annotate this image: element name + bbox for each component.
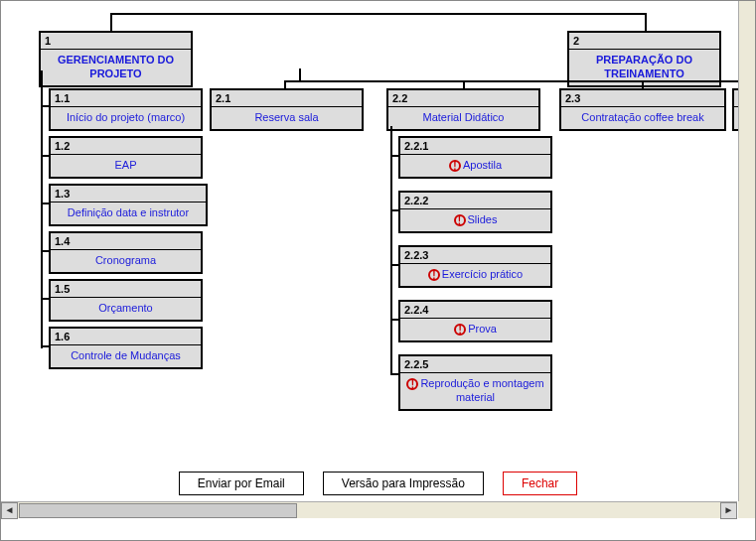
- close-button[interactable]: Fechar: [503, 472, 577, 495]
- wbs-node-number: 2.2.3: [400, 247, 550, 264]
- connector: [110, 13, 112, 33]
- wbs-node-number: 1.6: [51, 329, 201, 345]
- wbs-node-number: 2.2.1: [400, 138, 550, 155]
- vertical-scrollbar[interactable]: [738, 1, 755, 501]
- wbs-node-number: 2.2: [388, 90, 538, 107]
- scroll-right-arrow-icon[interactable]: ►: [720, 502, 737, 519]
- wbs-node-1-3[interactable]: 1.3 Definição data e instrutor: [49, 184, 208, 226]
- connector: [390, 126, 392, 374]
- scroll-thumb[interactable]: [19, 503, 297, 518]
- wbs-node-number: 2.2.4: [400, 302, 550, 319]
- wbs-node-2-1[interactable]: 2.1 Reserva sala: [210, 88, 364, 131]
- wbs-node-label: EAP: [51, 155, 201, 177]
- scroll-corner: [738, 501, 755, 518]
- wbs-node-number: 2: [569, 33, 719, 50]
- wbs-node-1-1[interactable]: 1.1 Início do projeto (marco): [49, 88, 203, 131]
- wbs-node-number: 2.2.2: [400, 193, 550, 209]
- wbs-node-number: 1.1: [51, 90, 201, 107]
- wbs-node-number: 2.3: [561, 90, 724, 107]
- wbs-node-label: Contratação coffee break: [561, 107, 724, 129]
- connector: [284, 80, 743, 82]
- app-frame: 1 GERENCIAMENTO DO PROJETO 2 PREPARAÇÃO …: [0, 0, 756, 541]
- wbs-node-number: 1.5: [51, 281, 201, 298]
- horizontal-scrollbar[interactable]: ◄ ►: [1, 501, 737, 518]
- wbs-node-1-2[interactable]: 1.2 EAP: [49, 136, 203, 179]
- print-version-button[interactable]: Versão para Impressão: [323, 472, 484, 495]
- warning-icon: !: [428, 269, 440, 281]
- wbs-node-1[interactable]: 1 GERENCIAMENTO DO PROJETO: [39, 31, 193, 87]
- wbs-node-2-2-2[interactable]: 2.2.2 !Slides: [398, 191, 552, 233]
- wbs-node-number: 2.2.5: [400, 356, 550, 373]
- action-bar: Enviar por Email Versão para Impressão F…: [1, 472, 755, 495]
- wbs-node-label: !Reprodução e montagem material: [400, 373, 550, 409]
- connector: [110, 13, 647, 15]
- wbs-node-1-5[interactable]: 1.5 Orçamento: [49, 279, 203, 322]
- wbs-node-2[interactable]: 2 PREPARAÇÃO DO TREINAMENTO: [567, 31, 721, 87]
- wbs-node-label: !Exercício prático: [400, 264, 550, 286]
- warning-icon: !: [454, 214, 466, 226]
- wbs-node-2-3[interactable]: 2.3 Contratação coffee break: [559, 88, 726, 131]
- wbs-node-label: Material Didático: [388, 107, 538, 129]
- scroll-left-arrow-icon[interactable]: ◄: [1, 502, 18, 519]
- wbs-node-label: !Slides: [400, 209, 550, 231]
- wbs-node-label: Orçamento: [51, 298, 201, 320]
- wbs-node-2-2[interactable]: 2.2 Material Didático: [386, 88, 540, 131]
- wbs-node-number: 1.4: [51, 233, 201, 250]
- wbs-node-label: !Prova: [400, 319, 550, 340]
- wbs-node-label: Definição data e instrutor: [51, 203, 206, 224]
- wbs-node-number: 1.2: [51, 138, 201, 155]
- connector: [645, 13, 647, 33]
- connector: [299, 68, 301, 80]
- wbs-node-label: GERENCIAMENTO DO PROJETO: [41, 50, 191, 85]
- wbs-node-2-2-1[interactable]: 2.2.1 !Apostila: [398, 136, 552, 179]
- wbs-node-label: Início do projeto (marco): [51, 107, 201, 129]
- wbs-node-number: 2.1: [212, 90, 362, 107]
- wbs-node-2-2-5[interactable]: 2.2.5 !Reprodução e montagem material: [398, 354, 552, 411]
- wbs-node-2-2-3[interactable]: 2.2.3 !Exercício prático: [398, 245, 552, 288]
- warning-icon: !: [449, 160, 461, 172]
- wbs-node-1-6[interactable]: 1.6 Controle de Mudanças: [49, 327, 203, 369]
- send-email-button[interactable]: Enviar por Email: [179, 472, 304, 495]
- wbs-node-label: Cronograma: [51, 250, 201, 272]
- warning-icon: !: [454, 324, 466, 336]
- wbs-node-label: Controle de Mudanças: [51, 345, 201, 367]
- connector: [41, 70, 43, 348]
- warning-icon: !: [406, 378, 418, 390]
- wbs-canvas: 1 GERENCIAMENTO DO PROJETO 2 PREPARAÇÃO …: [11, 1, 745, 475]
- wbs-node-number: 1.3: [51, 186, 206, 203]
- wbs-node-label: Reserva sala: [212, 107, 362, 129]
- wbs-node-2-2-4[interactable]: 2.2.4 !Prova: [398, 300, 552, 342]
- wbs-node-number: 1: [41, 33, 191, 50]
- wbs-node-1-4[interactable]: 1.4 Cronograma: [49, 231, 203, 274]
- wbs-node-label: !Apostila: [400, 155, 550, 177]
